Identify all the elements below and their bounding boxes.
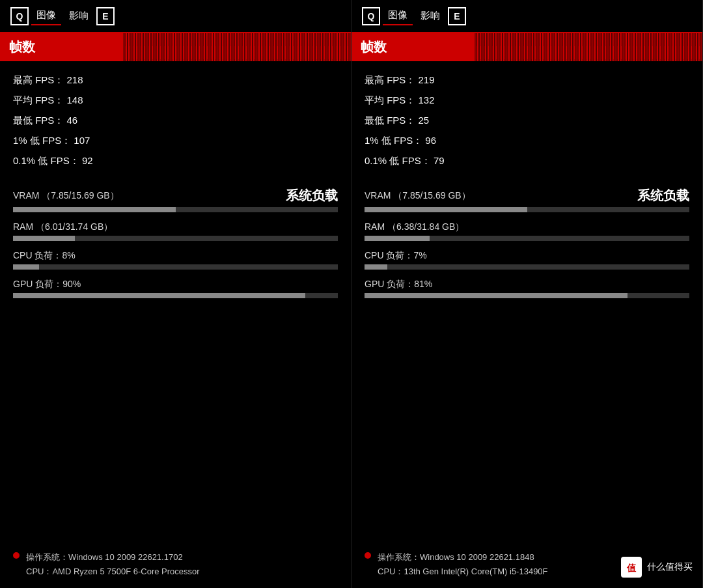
left-fps-max: 最高 FPS： 218 (13, 70, 338, 91)
left-fps-01pct: 0.1% 低 FPS： 92 (13, 151, 338, 171)
left-sysload-header: VRAM （7.85/15.69 GB） 系统负载 (13, 187, 338, 204)
right-vram-label: VRAM （7.85/15.69 GB） (365, 190, 471, 202)
left-ram-bar (13, 236, 338, 241)
right-fps-header: 帧数 (352, 33, 702, 61)
right-nav-e-icon[interactable]: E (448, 7, 466, 25)
right-sysload-header: VRAM （7.85/15.69 GB） 系统负载 (365, 187, 689, 204)
right-vram-bar (365, 207, 689, 212)
right-fps-section: 最高 FPS： 219 平均 FPS： 132 最低 FPS： 25 1% 低 … (352, 61, 702, 174)
right-cpu-fill (365, 264, 387, 270)
right-red-dot (365, 552, 371, 559)
main-container: Q 图像 影响 E 帧数 (0, 0, 703, 588)
left-fps-avg: 平均 FPS： 148 (13, 91, 338, 111)
right-fps-min: 最低 FPS： 25 (365, 111, 689, 131)
left-ram-fill (13, 236, 75, 241)
right-gpu-bar (365, 293, 689, 298)
right-fps-header-bg (475, 33, 702, 61)
right-fps-max: 最高 FPS： 219 (365, 70, 689, 91)
left-nav-bar: Q 图像 影响 E (0, 0, 351, 33)
left-nav-e-icon[interactable]: E (96, 7, 115, 25)
right-ram-label: RAM （6.38/31.84 GB） (365, 221, 689, 233)
noise-svg (123, 33, 351, 61)
right-cpu-label: CPU 负荷：7% (365, 250, 689, 262)
left-vram-label: VRAM （7.85/15.69 GB） (13, 190, 119, 202)
right-gpu-fill (365, 293, 627, 298)
right-panel: Q 图像 影响 E 帧数 (352, 0, 703, 588)
left-fps-1pct: 1% 低 FPS： 107 (13, 131, 338, 151)
left-vram-fill (13, 207, 176, 212)
left-fps-min: 最低 FPS： 46 (13, 111, 338, 131)
watermark-icon: 值 (621, 557, 642, 578)
right-fps-1pct: 1% 低 FPS： 96 (365, 131, 689, 151)
left-sysload-section: VRAM （7.85/15.69 GB） 系统负载 RAM （6.01/31.7… (0, 180, 351, 314)
left-panel: Q 图像 影响 E 帧数 (0, 0, 352, 588)
right-sysload-section: VRAM （7.85/15.69 GB） 系统负载 RAM （6.38/31.8… (352, 180, 702, 314)
right-nav-q-icon[interactable]: Q (362, 7, 380, 25)
watermark-label: 什么值得买 (647, 561, 693, 573)
left-ram-label: RAM （6.01/31.74 GB） (13, 221, 338, 233)
svg-rect-2 (123, 33, 351, 61)
right-ram-bar (365, 236, 689, 241)
left-gpu-bar (13, 293, 338, 298)
left-gpu-fill (13, 293, 305, 298)
right-nav-effect[interactable]: 影响 (415, 7, 445, 25)
left-cpu-label: CPU 负荷：8% (13, 250, 338, 262)
left-gpu-label: GPU 负荷：90% (13, 279, 338, 290)
left-sys-text: 操作系统：Windows 10 2009 22621.1702 CPU：AMD … (26, 550, 200, 579)
left-nav-q-icon[interactable]: Q (10, 7, 29, 25)
left-cpu-bar (13, 264, 338, 270)
watermark: 值 什么值得买 (621, 557, 693, 578)
left-fps-section: 最高 FPS： 218 平均 FPS： 148 最低 FPS： 46 1% 低 … (0, 61, 351, 174)
left-vram-bar (13, 207, 338, 212)
right-sys-text: 操作系统：Windows 10 2009 22621.1848 CPU：13th… (378, 550, 548, 579)
right-cpu-bar (365, 264, 689, 270)
right-nav-image[interactable]: 图像 (383, 7, 413, 25)
left-red-dot (13, 552, 20, 559)
right-nav-bar: Q 图像 影响 E (352, 0, 702, 33)
right-ram-fill (365, 236, 430, 241)
right-fps-avg: 平均 FPS： 132 (365, 91, 689, 111)
left-sysload-title: 系统负载 (286, 187, 338, 204)
right-fps-01pct: 0.1% 低 FPS： 79 (365, 151, 689, 171)
right-vram-fill (365, 207, 527, 212)
left-fps-header: 帧数 (0, 33, 351, 61)
right-gpu-label: GPU 负荷：81% (365, 279, 689, 290)
svg-text:值: 值 (626, 563, 637, 573)
left-nav-effect[interactable]: 影响 (64, 7, 94, 25)
right-sysload-title: 系统负载 (637, 187, 689, 204)
left-nav-image[interactable]: 图像 (31, 7, 61, 25)
left-cpu-fill (13, 264, 39, 270)
svg-rect-5 (475, 33, 702, 61)
watermark-svg: 值 (621, 557, 642, 578)
noise-svg-right (475, 33, 702, 61)
left-system-info: 操作系统：Windows 10 2009 22621.1702 CPU：AMD … (0, 541, 351, 588)
left-fps-header-bg (123, 33, 351, 61)
